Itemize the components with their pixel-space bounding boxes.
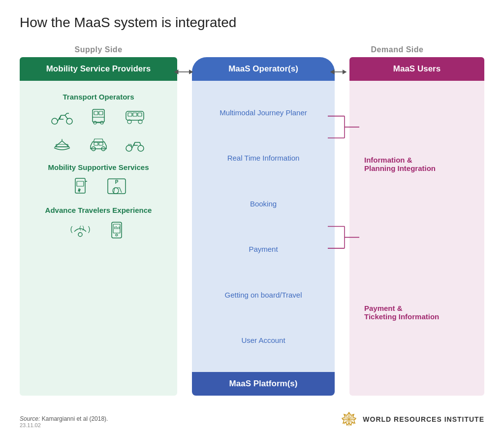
svg-text:): ) xyxy=(82,225,84,231)
svg-point-39 xyxy=(78,233,82,236)
footer-area: Source: Kamargianni et al (2018). 23.11.… xyxy=(20,405,484,428)
supply-side-label: Supply Side xyxy=(20,45,177,54)
charging-station-icon xyxy=(68,177,93,197)
svg-text:P: P xyxy=(115,179,119,185)
supportive-icons-row: P xyxy=(30,177,167,197)
scooter-icon xyxy=(123,135,147,154)
svg-rect-13 xyxy=(94,111,98,115)
supply-header: Mobility Service Providers xyxy=(20,57,177,81)
demand-item-payment: Payment &Ticketing Information xyxy=(364,300,470,325)
right-arrow-space xyxy=(335,57,345,396)
operator-item-payment: Payment xyxy=(202,242,325,256)
operator-item-realtime: Real Time Information xyxy=(202,151,325,165)
supply-column: Mobility Service Providers Transport Ope… xyxy=(20,57,177,396)
bus-icon xyxy=(123,107,147,127)
svg-text:(: ( xyxy=(79,225,81,231)
left-arrow-space xyxy=(177,57,192,396)
demand-body: Information &Planning Integration Paymen… xyxy=(349,81,484,396)
svg-point-16 xyxy=(94,121,96,124)
train-icon xyxy=(86,107,111,127)
svg-rect-22 xyxy=(138,113,142,116)
svg-rect-21 xyxy=(133,113,137,116)
source-label: Source: xyxy=(20,415,40,422)
page: How the MaaS system is integrated Supply… xyxy=(0,0,504,438)
diagram-area: Supply Side Demand Side xyxy=(20,45,484,396)
svg-rect-34 xyxy=(77,181,84,186)
operator-item-booking: Booking xyxy=(202,197,325,211)
svg-rect-14 xyxy=(99,111,103,115)
version-text: 23.11.02 xyxy=(20,422,108,428)
svg-rect-30 xyxy=(99,142,103,145)
operator-body: Multimodal Journey Planer Real Time Info… xyxy=(192,81,335,372)
side-labels: Supply Side Demand Side xyxy=(20,45,484,54)
wifi-signal-icon: ( ) ( ) xyxy=(68,220,93,240)
category-supportive: Mobility Supportive Services xyxy=(30,163,167,171)
transport-icons-row2 xyxy=(30,135,167,154)
operator-item-travel: Getting on board/Travel xyxy=(202,288,325,302)
operator-header: MaaS Operator(s) xyxy=(192,57,335,81)
operator-column: MaaS Operator(s) Multimodal Journey Plan… xyxy=(192,57,335,396)
demand-side-label: Demand Side xyxy=(310,45,484,54)
demand-item-info: Information &Planning Integration xyxy=(364,152,470,176)
motorcycle-icon xyxy=(50,107,74,127)
source-citation: Kamargianni et al (2018). xyxy=(42,415,108,422)
category-transport: Transport Operators xyxy=(30,93,167,101)
category-experience: Advance Travelers Experience xyxy=(30,206,167,214)
operator-footer: MaaS Platform(s) xyxy=(192,372,335,396)
svg-point-11 xyxy=(66,118,72,124)
svg-rect-29 xyxy=(94,142,98,145)
svg-point-31 xyxy=(126,145,132,151)
music-phone-icon xyxy=(104,220,129,240)
svg-point-32 xyxy=(138,145,144,151)
diagram-wrapper: Mobility Service Providers Transport Ope… xyxy=(20,57,484,396)
svg-point-37 xyxy=(113,188,119,194)
source-text: Source: Kamargianni et al (2018). xyxy=(20,415,108,422)
svg-point-46 xyxy=(116,234,118,236)
transport-icons-row1 xyxy=(30,107,167,127)
svg-text:(: ( xyxy=(70,225,73,233)
wri-emblem-icon xyxy=(340,410,358,428)
operator-item-account: User Account xyxy=(202,333,325,347)
svg-text:): ) xyxy=(88,225,91,233)
svg-point-17 xyxy=(100,121,103,124)
boat-icon xyxy=(50,135,74,154)
operator-item-journey: Multimodal Journey Planer xyxy=(202,105,325,120)
demand-column: MaaS Users Information &Planning Integra… xyxy=(349,57,484,396)
parking-icon: P xyxy=(104,177,129,197)
supply-body: Transport Operators xyxy=(20,81,177,396)
demand-header: MaaS Users xyxy=(349,57,484,81)
experience-icons-row: ( ) ( ) xyxy=(30,220,167,240)
svg-rect-20 xyxy=(128,113,132,116)
car-icon xyxy=(86,135,111,154)
svg-point-10 xyxy=(52,118,58,124)
footer-left: Source: Kamargianni et al (2018). 23.11.… xyxy=(20,415,108,428)
main-title: How the MaaS system is integrated xyxy=(20,15,484,31)
wri-name: WORLD RESOURCES INSTITUTE xyxy=(363,415,484,424)
wri-logo: WORLD RESOURCES INSTITUTE xyxy=(340,410,484,428)
